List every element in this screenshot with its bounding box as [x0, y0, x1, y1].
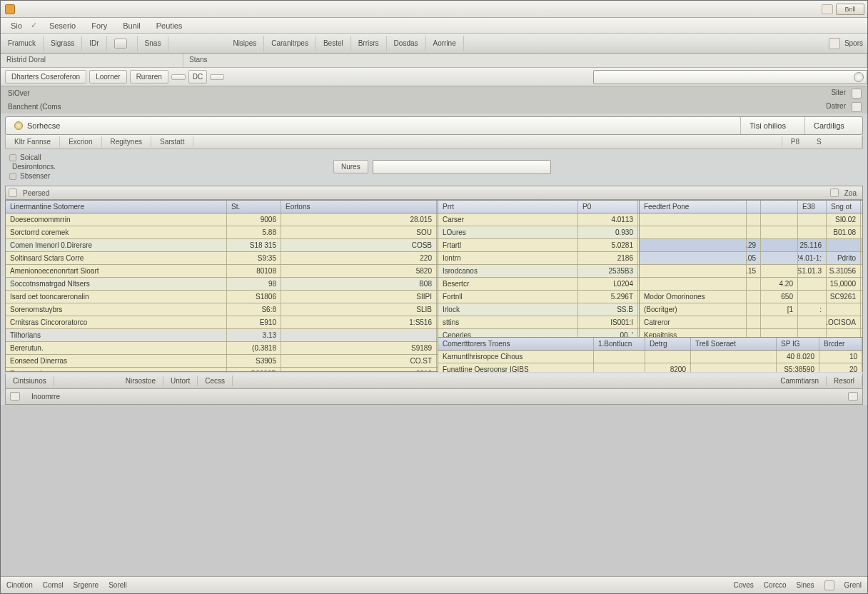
table-row[interactable]: LOures0.930 — [438, 226, 639, 239]
status-icon[interactable] — [824, 580, 834, 590]
status-item[interactable]: Coves — [733, 581, 753, 589]
column-header[interactable]: P0 — [578, 201, 638, 213]
table-row[interactable]: ErtrroracriesC6206B2010 — [6, 368, 438, 371]
subfooter-button[interactable]: Cecss — [198, 376, 233, 386]
grid-header-icon[interactable] — [9, 188, 17, 197]
table-row[interactable]: IrlockSS.B — [438, 303, 639, 316]
context-button[interactable]: Loorner — [89, 70, 126, 84]
table-row[interactable]: Doesecomommrrin900628.015 — [6, 213, 438, 226]
ribbon-item[interactable]: Dosdas — [387, 36, 426, 51]
column-header[interactable]: Brcder — [819, 338, 862, 350]
menu-item[interactable]: Seserio — [42, 20, 83, 31]
titlebar-button[interactable]: Brill — [836, 4, 864, 15]
column-header[interactable]: Linermantine Sotomere — [6, 201, 227, 213]
context-small-button[interactable] — [171, 74, 186, 80]
table-row[interactable]: Frtartl5.0281 — [438, 239, 639, 252]
table-row[interactable]: Tilhorians3.13 — [6, 329, 438, 342]
table-body[interactable]: Doesecomommrrin900628.015Sorctorrd corem… — [6, 213, 438, 371]
menu-item[interactable]: Fory — [84, 20, 114, 31]
grid-header-icon[interactable] — [830, 188, 839, 197]
subfooter-button[interactable]: Untort — [163, 376, 198, 386]
tree-expand-icon[interactable] — [9, 173, 16, 180]
tab[interactable]: Sarstatt — [151, 136, 193, 147]
subfooter-button[interactable]: Nirsostoe — [118, 376, 163, 386]
tree-item[interactable]: Desirontoncs. — [12, 163, 56, 171]
table-row[interactable]: Sorctorrd coremek5.88SOU — [6, 226, 438, 239]
column-header[interactable]: Trell Soeraet — [691, 338, 777, 350]
table-row[interactable]: 3 :1806.15S1.01.3S.31056 — [640, 265, 862, 278]
menu-item[interactable]: Sio — [4, 20, 29, 31]
tab[interactable]: Kltr Fannse — [6, 136, 60, 147]
table-row[interactable]: S1015.0524.01-1:Pdrito — [640, 252, 862, 265]
table-row[interactable]: Comen Imenorl 0.DirersreS18 315COSB — [6, 239, 438, 252]
ribbon-item[interactable]: Aorrine — [426, 36, 464, 51]
table-row[interactable]: Bererutun.(0.3818S9189 — [6, 342, 438, 355]
ribbon-trail-label[interactable]: ­Spors — [844, 39, 863, 47]
table-row[interactable]: BesertcrL0204 — [438, 278, 639, 291]
table-row[interactable]: SI0.02 — [640, 213, 862, 226]
column-header[interactable]: St. — [227, 201, 281, 213]
column-header[interactable]: SP IG — [777, 338, 819, 350]
column-header[interactable]: E38 — [798, 201, 827, 213]
ribbon-item[interactable]: Bestel — [316, 36, 351, 51]
status-item[interactable]: Corcco — [764, 581, 787, 589]
menu-item[interactable]: Bunil — [116, 20, 147, 31]
table-row[interactable]: Soltinsard Sctars CorreS9:35220 — [6, 252, 438, 265]
table-body[interactable]: Karnuntlhrisropce Cihous40 8.02010Funatt… — [438, 351, 862, 372]
tab-right[interactable]: P8 — [782, 136, 808, 147]
tab-right[interactable]: S — [808, 136, 862, 147]
table-body[interactable]: SI0.02B01.08SI 9036.2925.116S1015.0524.0… — [640, 213, 862, 337]
tree-expand-icon[interactable] — [9, 154, 16, 161]
tree-item[interactable]: Sbsenser — [20, 172, 50, 180]
table-row[interactable]: Eonseed DinerrasS3905CO.ST — [6, 355, 438, 368]
ribbon-item[interactable]: Nisipes — [226, 36, 264, 51]
ribbon-item[interactable]: Sigrass — [44, 36, 82, 51]
status-item[interactable]: Cornsl — [43, 581, 64, 589]
context-small-button[interactable]: DC — [188, 70, 207, 84]
table-row[interactable]: Kepaitniss — [640, 329, 862, 337]
menu-item[interactable]: Peuties — [149, 20, 190, 31]
tab[interactable]: Regitynes — [102, 136, 151, 147]
status-item[interactable]: Srgenre — [74, 581, 99, 589]
subfooter-button[interactable]: Cammtiarsn — [773, 376, 827, 386]
table-row[interactable]: Amenionoecenonrtart Sioart801085820 — [6, 265, 438, 278]
table-row[interactable]: Karnuntlhrisropce Cihous40 8.02010 — [438, 351, 862, 363]
table-row[interactable]: Iontrn2186 — [438, 252, 639, 265]
table-row[interactable]: Carser4.0113 — [438, 213, 639, 226]
column-header[interactable]: Sng ot — [827, 201, 861, 213]
table-row[interactable]: Ceneries00. ' — [438, 329, 639, 337]
column-header[interactable]: Comertttorers Troens — [438, 338, 594, 350]
status-item[interactable]: Cinotion — [6, 581, 33, 589]
tab[interactable]: Excrion — [60, 136, 101, 147]
info-icon[interactable] — [852, 89, 862, 99]
ribbon-item[interactable]: IDr — [82, 36, 106, 51]
status-item[interactable]: Grenl — [844, 581, 862, 589]
column-header[interactable]: Detrg — [645, 338, 691, 350]
calendar-icon[interactable] — [852, 102, 862, 112]
ribbon-item[interactable]: Framuck — [1, 36, 44, 51]
table-row[interactable]: SI 9036.2925.116 — [640, 239, 862, 252]
table-row[interactable]: B01.08 — [640, 226, 862, 239]
ribbon-item[interactable]: Brrisrs — [351, 36, 387, 51]
column-header[interactable]: Feedtert Pone — [640, 201, 747, 213]
status-item[interactable]: Sines — [797, 581, 814, 589]
search-input[interactable] — [593, 70, 867, 84]
panel-col-a[interactable]: Tisi ohilios — [741, 117, 805, 134]
tree-item[interactable]: Soicall — [20, 153, 41, 161]
ribbon-item[interactable]: Caranitrpes — [264, 36, 316, 51]
column-header[interactable]: Prrt — [438, 201, 578, 213]
subfooter-button[interactable]: Cintsiunos — [6, 376, 54, 386]
status-item[interactable]: Sorell — [108, 581, 127, 589]
panel-col-b[interactable]: Cardiligs — [805, 117, 862, 134]
notes-input[interactable] — [373, 160, 551, 174]
window-icon[interactable] — [822, 4, 833, 14]
context-button[interactable]: Ruraren — [130, 70, 168, 84]
ribbon-item[interactable]: Snas — [138, 36, 169, 51]
context-small-button[interactable] — [210, 74, 224, 80]
table-row[interactable]: Crnitsras CincororatorcoE9101:S516 — [6, 316, 438, 329]
column-header[interactable]: Eortons — [281, 201, 437, 213]
table-row[interactable]: Soccotnsmatrgad Nltsers98B08 — [6, 278, 438, 291]
table-row[interactable]: CatrerorCH.OCISOA — [640, 316, 862, 329]
table-row[interactable]: (Bocritger)[1: — [640, 303, 862, 316]
table-row[interactable]: Fortnll5.296T — [438, 291, 639, 303]
